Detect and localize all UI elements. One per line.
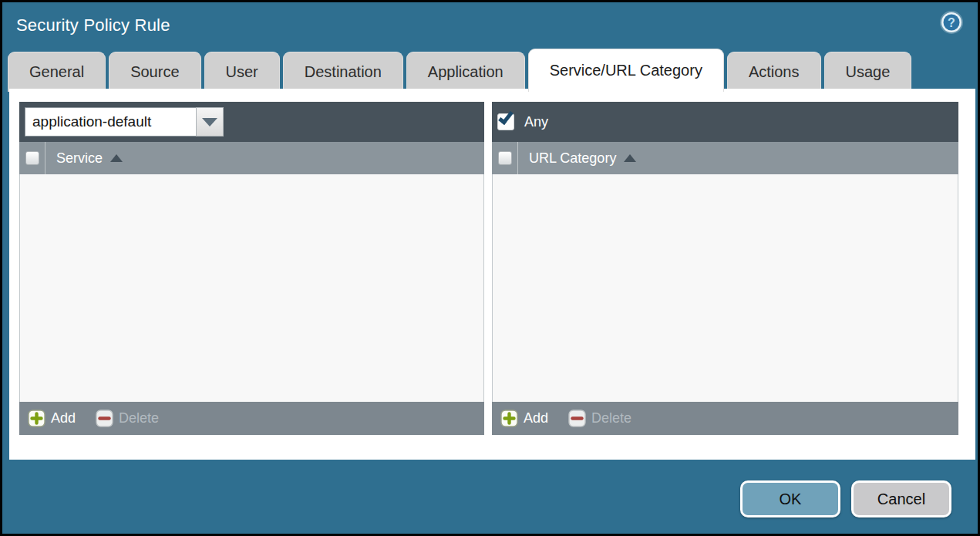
minus-icon — [568, 410, 586, 427]
url-category-select-all-cell — [492, 142, 518, 174]
url-category-table-header: URL Category — [492, 142, 958, 174]
url-category-add-label: Add — [524, 410, 548, 426]
tab-application[interactable]: Application — [406, 52, 525, 92]
tab-general[interactable]: General — [8, 52, 106, 92]
service-type-dropdown-button[interactable] — [196, 107, 224, 137]
service-select-all-cell — [19, 142, 45, 174]
url-category-toolbar: Any — [492, 102, 958, 142]
url-category-column-label: URL Category — [529, 150, 616, 167]
service-add-label: Add — [51, 410, 76, 426]
tab-destination[interactable]: Destination — [283, 52, 403, 92]
cancel-button[interactable]: Cancel — [851, 480, 951, 517]
ok-button[interactable]: OK — [740, 480, 840, 517]
help-icon: ? — [938, 9, 965, 35]
security-policy-rule-dialog: Security Policy Rule ? General Source Us… — [0, 0, 980, 536]
service-delete-button[interactable]: Delete — [96, 410, 159, 427]
plus-icon — [28, 410, 45, 427]
tab-source[interactable]: Source — [109, 52, 200, 92]
service-list — [19, 174, 484, 402]
plus-icon — [500, 410, 518, 427]
service-column-label: Service — [56, 150, 103, 167]
url-category-delete-label: Delete — [591, 410, 631, 426]
chevron-down-icon — [202, 118, 217, 126]
url-category-select-all-checkbox[interactable] — [498, 151, 512, 165]
url-category-column-header[interactable]: URL Category — [529, 150, 636, 167]
service-toolbar: application-default — [19, 102, 484, 142]
tab-user[interactable]: User — [204, 52, 280, 92]
sort-ascending-icon — [624, 154, 636, 162]
any-checkbox[interactable] — [497, 113, 514, 130]
service-type-dropdown[interactable]: application-default — [25, 107, 224, 137]
tab-service-url-category[interactable]: Service/URL Category — [528, 49, 724, 92]
url-category-footer: Add Delete — [492, 402, 958, 435]
dialog-titlebar: Security Policy Rule — [2, 2, 978, 49]
tab-actions[interactable]: Actions — [727, 52, 821, 92]
dialog-background: Security Policy Rule ? General Source Us… — [2, 2, 978, 534]
any-label: Any — [524, 114, 548, 130]
service-table-header: Service — [19, 142, 484, 174]
tab-bar: General Source User Destination Applicat… — [8, 49, 911, 92]
url-category-panel: Any URL Category — [492, 102, 958, 435]
sort-ascending-icon — [110, 154, 123, 162]
minus-icon — [96, 410, 113, 427]
service-footer: Add Delete — [19, 402, 484, 435]
svg-text:?: ? — [948, 16, 955, 29]
service-delete-label: Delete — [119, 410, 159, 426]
service-select-all-checkbox[interactable] — [25, 151, 39, 165]
service-panel: application-default Service — [19, 102, 484, 435]
dialog-title: Security Policy Rule — [16, 15, 170, 35]
tab-content: application-default Service — [9, 89, 975, 460]
url-category-add-button[interactable]: Add — [500, 410, 548, 427]
tab-usage[interactable]: Usage — [824, 52, 912, 92]
checkmark-icon — [498, 109, 514, 125]
url-category-list — [492, 174, 958, 402]
service-column-header[interactable]: Service — [56, 150, 123, 167]
service-add-button[interactable]: Add — [28, 410, 76, 427]
help-button[interactable]: ? — [938, 8, 965, 36]
url-category-delete-button[interactable]: Delete — [568, 410, 631, 427]
service-type-value[interactable]: application-default — [25, 107, 196, 137]
